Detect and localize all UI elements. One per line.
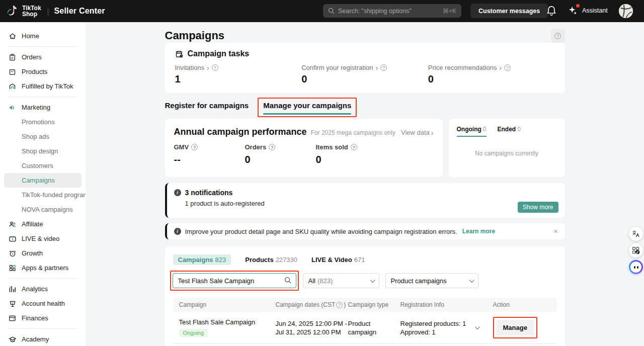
app-window: TikTok Shop | Seller Center Search: "shi… [0, 0, 644, 346]
main-area: Campaigns ? Campaign tasks [86, 22, 644, 346]
help-icon[interactable]: ? [380, 64, 387, 71]
sidebar-item-finances[interactable]: Finances [0, 311, 86, 325]
column-campaign-dates: Campaign dates (CST ? ) [276, 301, 348, 308]
account-avatar[interactable] [619, 4, 633, 18]
home-icon [8, 32, 17, 40]
performance-title: Annual campaign performance [174, 127, 307, 137]
annual-performance-card: Annual campaign performance For 2025 meg… [165, 119, 443, 177]
notifications-title: 3 notifications [185, 189, 233, 197]
sidebar-item-shop-design[interactable]: Shop design [0, 144, 86, 158]
chevron-down-icon [370, 278, 375, 283]
sidebar-item-shop-ads[interactable]: Shop ads [0, 129, 86, 144]
search-icon[interactable] [284, 277, 292, 284]
filter-campaign-type-dropdown[interactable]: Product campaigns [385, 273, 478, 288]
wallet-icon [8, 314, 17, 322]
empty-state-text: No campaigns currently [449, 150, 565, 157]
filter-all-dropdown[interactable]: All (823) [303, 273, 379, 288]
help-icon[interactable]: ? [191, 144, 198, 150]
page-title: Campaigns [165, 29, 225, 42]
ai-assistant-button[interactable] [629, 260, 643, 274]
sidebar-item-products[interactable]: Products [0, 64, 86, 79]
sidebar-item-fulfilled-by-tiktok[interactable]: Fulfilled by TikTok [0, 79, 86, 94]
campaign-type: Product campaign [348, 319, 400, 336]
help-icon[interactable]: ? [504, 64, 511, 71]
tiktok-apps-button[interactable] [629, 243, 643, 257]
assistant-button[interactable]: Assistant [568, 5, 608, 17]
campaign-search-input[interactable] [173, 273, 296, 288]
translate-button[interactable] [629, 227, 643, 241]
list-tab-live-video[interactable]: LIVE & Video671 [311, 256, 365, 264]
sidebar-item-nova-campaigns[interactable]: NOVA campaigns [0, 202, 86, 217]
list-tab-campaigns[interactable]: Campaigns823 [173, 254, 231, 265]
close-icon[interactable]: × [553, 227, 557, 235]
annotation-box-manage: Manage [493, 317, 537, 338]
tab-manage-your-campaigns[interactable]: Manage your campaigns [263, 99, 351, 115]
sidebar-item-promotions[interactable]: Promotions [0, 115, 86, 129]
manage-button[interactable]: Manage [496, 320, 534, 335]
stat-price-recommendations: Price recommendations › ? 0 [428, 64, 555, 85]
campaign-name[interactable]: Test Flash Sale Campaign [179, 318, 276, 326]
list-tab-products[interactable]: Products227330 [245, 256, 297, 264]
sidebar-item-customers[interactable]: Customers [0, 158, 86, 173]
show-more-button[interactable]: Show more [518, 202, 558, 213]
sidebar-item-orders[interactable]: Orders [0, 50, 86, 64]
help-icon[interactable]: ? [336, 302, 343, 308]
sidebar-item-academy[interactable]: Academy [0, 332, 86, 346]
sidebar-nav: Home Orders Products Fulfilled by TikTok… [0, 22, 86, 346]
tab-ongoing[interactable]: Ongoing0 [457, 126, 487, 137]
info-icon: i [174, 189, 181, 196]
chevron-right-icon[interactable]: › [499, 64, 502, 71]
info-icon: i [174, 228, 181, 235]
sidebar-item-apps-partners[interactable]: Apps & partners [0, 261, 86, 275]
chevron-right-icon[interactable]: › [376, 64, 378, 71]
sidebar-item-live-video[interactable]: LIVE & video [0, 231, 86, 246]
stat-label[interactable]: Price recommendations [428, 64, 497, 71]
products-icon [8, 67, 17, 76]
global-search-input[interactable]: Search: "shipping options" ⌘+K [323, 4, 461, 18]
sidebar-item-home[interactable]: Home [0, 29, 86, 43]
tiktok-shop-logo[interactable]: TikTok Shop [0, 5, 41, 17]
column-campaign: Campaign [173, 301, 276, 308]
growth-icon [8, 249, 17, 257]
sidebar-item-marketing[interactable]: Marketing [0, 100, 86, 115]
assistant-alert-dot [576, 4, 580, 8]
stat-invitations: Invitations › ? 1 [175, 64, 302, 85]
help-icon[interactable]: ? [212, 64, 218, 71]
account-health-icon [8, 299, 17, 308]
product-name: Seller Center [54, 7, 105, 16]
annotation-box-search [170, 271, 299, 291]
notifications-bell-button[interactable] [546, 5, 558, 17]
help-icon[interactable]: ? [269, 144, 275, 150]
registration-info: Registered products: 1 Approved: 1 [400, 319, 466, 336]
chevron-right-icon[interactable]: › [207, 64, 209, 71]
tab-register-for-campaigns[interactable]: Register for campaigns [165, 98, 249, 115]
sidebar-item-account-health[interactable]: Account health [0, 296, 86, 311]
sidebar-divider [8, 278, 77, 279]
stat-label[interactable]: Invitations [175, 64, 205, 71]
sidebar-item-analytics[interactable]: Analytics [0, 282, 86, 296]
sidebar-item-affiliate[interactable]: Affiliate [0, 217, 86, 231]
notification-message: 1 product is auto-registered [185, 200, 557, 207]
customer-messages-button[interactable]: Customer messages [470, 4, 548, 18]
live-video-icon [8, 234, 17, 243]
tab-ended[interactable]: Ended0 [498, 126, 521, 137]
sidebar-item-campaigns[interactable]: Campaigns [4, 173, 82, 188]
orders-icon [8, 53, 17, 61]
help-icon: ? [554, 33, 561, 39]
learn-more-link[interactable]: Learn more [462, 228, 495, 235]
page-help-button[interactable]: ? [551, 29, 565, 43]
stat-items-sold: Items sold? 0 [316, 143, 387, 165]
expand-chevron-down-icon[interactable] [475, 324, 480, 329]
stat-value: 1 [175, 73, 302, 85]
sidebar-item-growth[interactable]: Growth [0, 246, 86, 261]
stat-gmv: GMV? -- [174, 143, 245, 165]
stat-value: 0 [301, 73, 428, 85]
sidebar-item-tiktok-funded-program[interactable]: TikTok-funded program [0, 188, 86, 202]
stat-label[interactable]: Confirm your registration [301, 64, 373, 71]
help-icon[interactable]: ? [351, 144, 357, 150]
academy-icon [8, 335, 17, 343]
view-data-link[interactable]: View data › [401, 129, 434, 136]
sparkle-icon [568, 5, 579, 17]
banner-text: Improve your product detail page and SKU… [185, 228, 457, 235]
translate-icon [632, 230, 640, 238]
